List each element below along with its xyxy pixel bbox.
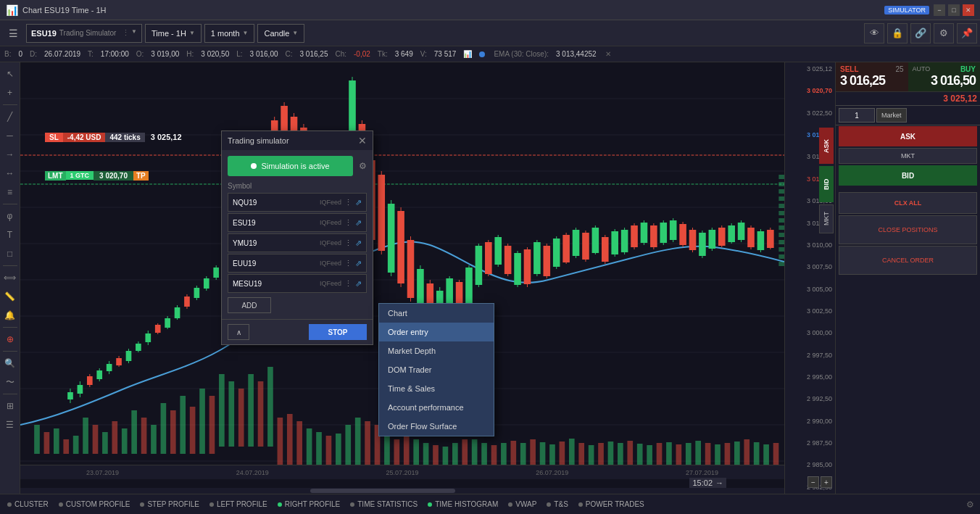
ask-side-label[interactable]: ASK	[819, 128, 834, 164]
context-menu-item[interactable]: Time & Sales	[379, 379, 494, 398]
sim-dots-icon[interactable]: ⋮	[344, 198, 352, 207]
bid-side-label[interactable]: BID	[819, 166, 834, 202]
svg-rect-23	[131, 410, 137, 454]
ask-sell-button[interactable]: ASK	[839, 126, 977, 146]
minimize-button[interactable]: −	[934, 4, 945, 16]
sim-stop-button[interactable]: STOP	[309, 324, 367, 340]
market-type-button[interactable]: Market	[876, 108, 907, 123]
range-dropdown[interactable]: 1 month ▼	[204, 24, 255, 43]
price-level-17: 2 990,00	[788, 418, 832, 425]
quantity-input[interactable]	[839, 108, 875, 123]
zoom-icon[interactable]: 🔍	[1, 355, 19, 372]
pin-icon[interactable]: 📌	[957, 23, 977, 43]
period-dropdown[interactable]: Time - 1H ▼	[145, 24, 202, 43]
alert-icon[interactable]: 🔔	[1, 307, 19, 324]
context-menu-item[interactable]: Order Flow Surface	[379, 417, 494, 436]
svg-rect-19	[93, 425, 99, 454]
settings-icon[interactable]: ⚙	[934, 23, 954, 43]
ruler-icon[interactable]: 📏	[1, 288, 19, 305]
tab-label: CLUSTER	[14, 500, 49, 508]
cancel-order-button[interactable]: CANCEL ORDER	[839, 246, 977, 275]
context-menu-item[interactable]: Account performance	[379, 398, 494, 417]
svg-rect-240	[778, 204, 784, 208]
maximize-button[interactable]: □	[948, 4, 960, 16]
chart-type-value: Candle	[264, 29, 289, 38]
extend-line-icon[interactable]: ↔	[1, 165, 19, 182]
sim-symbol-row: ESU19 IQFeed ⋮ ⇗	[228, 213, 367, 232]
sim-active-button[interactable]: Simulation is active	[228, 156, 353, 176]
sim-up-button[interactable]: ∧	[228, 324, 249, 340]
infobar: B: 0 D: 26.07.2019 T: 17:00:00 O: 3 019,…	[0, 46, 980, 62]
bottom-settings-button[interactable]: ⚙	[963, 497, 977, 512]
sim-symbol-feed: IQFeed	[320, 199, 341, 206]
draw-line-icon[interactable]: ╱	[1, 108, 19, 125]
sim-link-icon[interactable]: ⇗	[355, 198, 362, 207]
svg-rect-189	[326, 436, 332, 468]
sim-dots-icon[interactable]: ⋮	[344, 239, 352, 248]
bid-buy-button[interactable]: BID	[839, 165, 977, 186]
symbol-dropdown[interactable]: ESU19 Trading Simulator ⋮ ▼	[26, 24, 142, 43]
sim-link-icon[interactable]: ⇗	[355, 279, 362, 289]
sim-dots-icon[interactable]: ⋮	[344, 218, 352, 228]
sim-dots-icon[interactable]: ⋮	[344, 259, 352, 268]
cursor-icon[interactable]: ↖	[1, 65, 19, 83]
bottom-tab-cluster[interactable]: CLUSTER	[3, 499, 53, 510]
bottom-tab-left-profile[interactable]: LEFT PROFILE	[205, 499, 272, 510]
context-menu-items: ChartOrder entryMarket DepthDOM TraderTi…	[379, 304, 494, 436]
crosshair-icon[interactable]: +	[1, 84, 19, 101]
fib-icon[interactable]: φ	[1, 207, 19, 225]
context-menu-item[interactable]: DOM Trader	[379, 360, 494, 379]
close-button[interactable]: ✕	[963, 4, 974, 16]
lock-icon[interactable]: 🔒	[887, 23, 908, 43]
price-plus-button[interactable]: +	[821, 476, 832, 488]
sim-gear-button[interactable]: ⚙	[359, 161, 367, 171]
position-icon[interactable]: ⊕	[1, 331, 19, 348]
horizontal-line-icon[interactable]: ─	[1, 127, 19, 144]
bottom-tab-right-profile[interactable]: RIGHT PROFILE	[273, 499, 345, 510]
context-menu-item[interactable]: Order entry	[379, 323, 494, 341]
close-positions-button[interactable]: CLOSE POSITIONS	[839, 215, 977, 244]
indicator-icon[interactable]: 〜	[1, 373, 19, 391]
chart-type-dropdown[interactable]: Candle ▼	[257, 24, 304, 43]
bottom-tab-time-statistics[interactable]: TIME STATISTICS	[346, 499, 422, 510]
ray-icon[interactable]: →	[1, 146, 19, 163]
sim-dots-icon[interactable]: ⋮	[344, 279, 352, 289]
mkt-side-label[interactable]: MKT	[819, 204, 834, 233]
svg-rect-187	[307, 428, 312, 468]
menu-icon[interactable]: ☰	[3, 23, 23, 43]
svg-rect-175	[728, 225, 735, 242]
ema-close-icon[interactable]: ✕	[605, 50, 611, 58]
sim-add-button[interactable]: ADD	[228, 297, 271, 313]
sl-order-label[interactable]: SL -4,42 USD 442 ticks 3 025,12	[45, 130, 188, 144]
bottom-tab-step-profile[interactable]: STEP PROFILE	[136, 499, 204, 510]
context-menu-item[interactable]: Market Depth	[379, 341, 494, 360]
list-icon[interactable]: ☰	[1, 416, 19, 434]
chart-link-icon[interactable]: 🔗	[910, 23, 931, 43]
clx-all-button[interactable]: CLX ALL	[839, 192, 977, 214]
sl-type-badge: SL	[45, 133, 63, 142]
bottom-tab-custom-profile[interactable]: CUSTOM PROFILE	[54, 499, 135, 510]
measure-icon[interactable]: ⟺	[1, 269, 19, 286]
text-icon[interactable]: T	[1, 226, 19, 244]
layout-icon[interactable]: ⊞	[1, 397, 19, 415]
bottom-tab-t&s[interactable]: T&S	[542, 499, 572, 510]
symbol-settings-icon[interactable]: ⋮	[122, 28, 130, 38]
bottom-tab-time-histogram[interactable]: TIME HISTOGRAM	[423, 499, 502, 510]
price-level-9: 3 010,00	[788, 241, 832, 249]
sim-link-icon[interactable]: ⇗	[355, 239, 362, 248]
sim-symbols-list: NQU19 IQFeed ⋮ ⇗ ESU19 IQFeed ⋮ ⇗ YMU19 …	[228, 193, 367, 293]
price-minus-button[interactable]: −	[807, 476, 819, 488]
lmt-order-label[interactable]: LMT 1 GTC 3 020,70 TP	[45, 169, 149, 182]
watchlist-icon[interactable]: 👁	[864, 23, 884, 43]
context-menu-item[interactable]: Chart	[379, 304, 494, 323]
svg-rect-179	[747, 228, 755, 247]
svg-rect-16	[63, 439, 69, 454]
bottom-tab-power-trades[interactable]: POWER TRADES	[574, 499, 649, 510]
sim-link-icon[interactable]: ⇗	[355, 259, 362, 268]
channel-icon[interactable]: ≡	[1, 183, 19, 201]
bottom-tab-vwap[interactable]: VWAP	[504, 499, 541, 510]
sim-link-icon[interactable]: ⇗	[355, 218, 362, 228]
sim-close-button[interactable]: ✕	[358, 135, 367, 146]
mkt-button[interactable]: MKT	[839, 148, 977, 164]
rect-icon[interactable]: □	[1, 245, 19, 262]
